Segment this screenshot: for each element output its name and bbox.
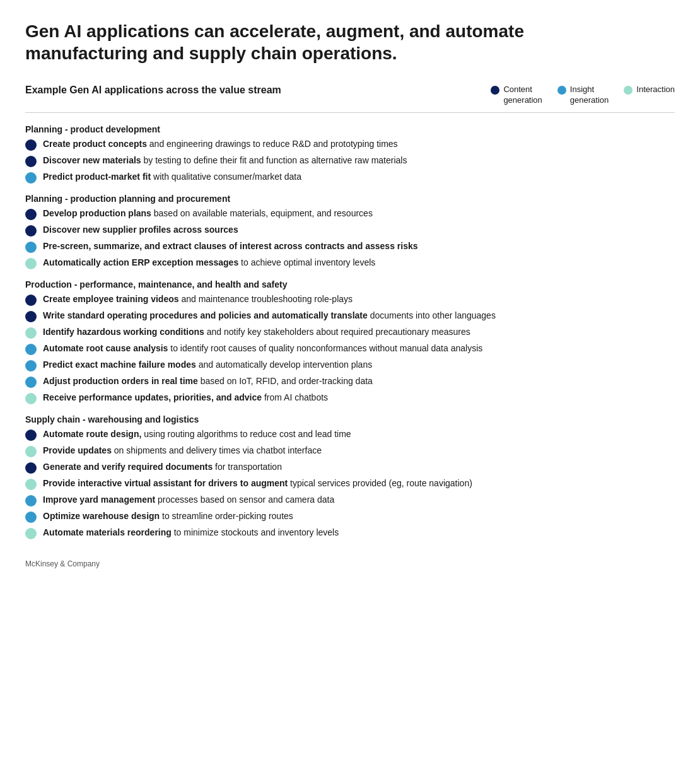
item-row: Predict product-market fit with qualitat…	[25, 171, 675, 184]
item-dot	[25, 344, 37, 355]
item-dot	[25, 430, 37, 441]
main-title: Gen AI applications can accelerate, augm…	[25, 20, 542, 64]
item-dot	[25, 242, 37, 253]
item-row: Automate route design, using routing alg…	[25, 428, 675, 441]
item-row: Create employee training videos and main…	[25, 293, 675, 306]
item-row: Generate and verify required documents f…	[25, 461, 675, 474]
item-dot	[25, 327, 37, 339]
item-row: Discover new materials by testing to def…	[25, 155, 675, 167]
item-text: Provide interactive virtual assistant fo…	[43, 477, 675, 490]
legend-label-insight-generation: Insight generation	[570, 85, 609, 106]
item-dot	[25, 156, 37, 167]
item-row: Identify hazardous working conditions an…	[25, 326, 675, 339]
item-row: Pre-screen, summarize, and extract claus…	[25, 240, 675, 253]
legend-dot-content-generation	[491, 86, 499, 95]
item-text: Automate route design, using routing alg…	[43, 428, 675, 441]
item-dot	[25, 225, 37, 237]
footer: McKinsey & Company	[25, 559, 675, 568]
item-text: Automatically action ERP exception messa…	[43, 257, 675, 269]
item-dot	[25, 139, 37, 151]
item-text: Write standard operating procedures and …	[43, 310, 675, 322]
item-dot	[25, 295, 37, 306]
item-dot	[25, 172, 37, 184]
item-text: Create employee training videos and main…	[43, 293, 675, 306]
item-text: Adjust production orders in real time ba…	[43, 375, 675, 388]
item-text: Predict product-market fit with qualitat…	[43, 171, 675, 184]
legend: Content generationInsight generationInte…	[491, 85, 675, 106]
item-text: Provide updates on shipments and deliver…	[43, 445, 675, 457]
item-text: Optimize warehouse design to streamline …	[43, 510, 675, 523]
item-dot	[25, 495, 37, 506]
item-row: Provide interactive virtual assistant fo…	[25, 477, 675, 490]
item-dot	[25, 512, 37, 523]
item-row: Write standard operating procedures and …	[25, 310, 675, 322]
item-text: Improve yard management processes based …	[43, 494, 675, 506]
section-title-3: Supply chain - warehousing and logistics	[25, 414, 675, 424]
section-title-0: Planning - product development	[25, 124, 675, 134]
sections-container: Planning - product developmentCreate pro…	[25, 124, 675, 539]
legend-dot-interaction	[624, 86, 633, 95]
section-0: Planning - product developmentCreate pro…	[25, 124, 675, 184]
item-text: Develop production plans based on availa…	[43, 208, 675, 220]
item-dot	[25, 479, 37, 490]
subtitle: Example Gen AI applications across the v…	[25, 85, 281, 96]
section-title-1: Planning - production planning and procu…	[25, 194, 675, 204]
item-dot	[25, 209, 37, 220]
legend-item-content-generation: Content generation	[491, 85, 542, 106]
legend-item-interaction: Interaction	[624, 85, 675, 95]
section-title-2: Production - performance, maintenance, a…	[25, 279, 675, 290]
item-dot	[25, 258, 37, 269]
item-text: Generate and verify required documents f…	[43, 461, 675, 474]
item-dot	[25, 528, 37, 539]
item-row: Discover new supplier profiles across so…	[25, 224, 675, 237]
item-row: Optimize warehouse design to streamline …	[25, 510, 675, 523]
item-text: Pre-screen, summarize, and extract claus…	[43, 240, 675, 253]
item-text: Automate materials reordering to minimiz…	[43, 527, 675, 539]
item-text: Receive performance updates, priorities,…	[43, 392, 675, 404]
item-row: Automate root cause analysis to identify…	[25, 342, 675, 355]
item-text: Discover new supplier profiles across so…	[43, 224, 675, 237]
subtitle-row: Example Gen AI applications across the v…	[25, 85, 675, 113]
legend-item-insight-generation: Insight generation	[557, 85, 609, 106]
item-row: Adjust production orders in real time ba…	[25, 375, 675, 388]
item-row: Create product concepts and engineering …	[25, 138, 675, 151]
section-3: Supply chain - warehousing and logistics…	[25, 414, 675, 539]
item-row: Automatically action ERP exception messa…	[25, 257, 675, 269]
item-dot	[25, 377, 37, 388]
legend-label-content-generation: Content generation	[503, 85, 542, 106]
item-text: Create product concepts and engineering …	[43, 138, 675, 151]
item-row: Develop production plans based on availa…	[25, 208, 675, 220]
item-row: Provide updates on shipments and deliver…	[25, 445, 675, 457]
legend-dot-insight-generation	[557, 86, 566, 95]
item-row: Receive performance updates, priorities,…	[25, 392, 675, 404]
item-dot	[25, 311, 37, 322]
item-dot	[25, 360, 37, 371]
item-text: Predict exact machine failure modes and …	[43, 359, 675, 371]
item-text: Automate root cause analysis to identify…	[43, 342, 675, 355]
item-text: Identify hazardous working conditions an…	[43, 326, 675, 339]
item-text: Discover new materials by testing to def…	[43, 155, 675, 167]
section-1: Planning - production planning and procu…	[25, 194, 675, 269]
item-row: Automate materials reordering to minimiz…	[25, 527, 675, 539]
item-dot	[25, 393, 37, 404]
item-dot	[25, 446, 37, 457]
item-dot	[25, 462, 37, 474]
item-row: Predict exact machine failure modes and …	[25, 359, 675, 371]
legend-label-interaction: Interaction	[636, 85, 675, 95]
section-2: Production - performance, maintenance, a…	[25, 279, 675, 404]
item-row: Improve yard management processes based …	[25, 494, 675, 506]
